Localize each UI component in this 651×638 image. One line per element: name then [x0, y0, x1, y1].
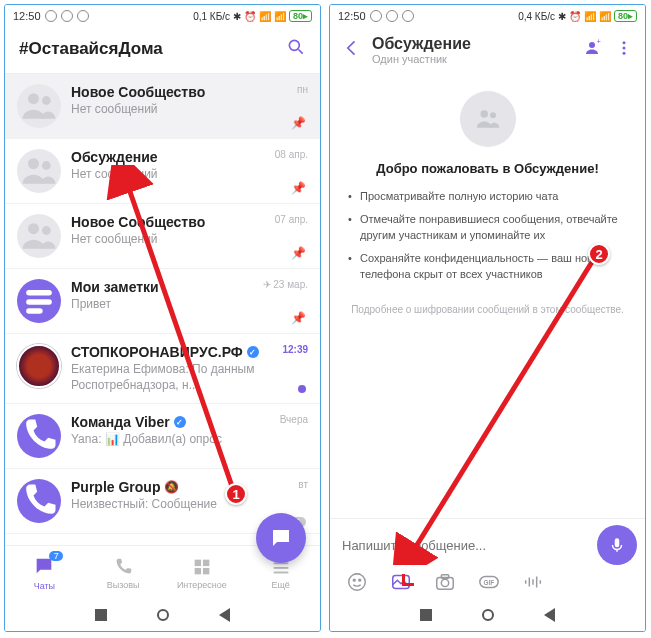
- status-icon-2: [61, 10, 73, 22]
- recent-apps-button[interactable]: [95, 609, 107, 621]
- android-nav: [5, 599, 320, 631]
- chat-subtitle: Один участник: [372, 53, 573, 65]
- chats-header: #ОставайсяДома: [5, 27, 320, 74]
- status-net: 0,1 КБ/с: [193, 11, 230, 22]
- chat-title: Новое Сообщество: [71, 214, 308, 230]
- chat-time: 07 апр.: [275, 214, 308, 225]
- home-button[interactable]: [157, 609, 169, 621]
- svg-point-28: [353, 579, 355, 581]
- chat-time: вт: [298, 479, 308, 490]
- chat-title: СТОПКОРОНАВИРУС.РФ: [71, 344, 308, 360]
- chat-item-viber-team[interactable]: Команда Viber Yana: 📊 Добавил(а) опрос В…: [5, 404, 320, 469]
- svg-point-7: [42, 226, 51, 235]
- sticker-icon[interactable]: [344, 569, 370, 595]
- message-input[interactable]: [338, 532, 591, 559]
- chat-time: 12:39: [282, 344, 308, 355]
- status-icon-2: [386, 10, 398, 22]
- svg-point-22: [623, 47, 626, 50]
- search-icon[interactable]: [286, 37, 306, 61]
- svg-point-0: [289, 40, 299, 50]
- community-avatar-icon: [17, 214, 61, 258]
- svg-rect-16: [273, 567, 288, 569]
- svg-point-27: [349, 574, 366, 591]
- svg-rect-8: [26, 290, 52, 296]
- compose-fab[interactable]: [256, 513, 306, 563]
- status-icon-3: [77, 10, 89, 22]
- viber-avatar-icon: [17, 479, 61, 523]
- chat-subtitle: Yana: 📊 Добавил(а) опрос: [71, 432, 308, 448]
- notes-avatar-icon: [17, 279, 61, 323]
- welcome-title: Добро пожаловать в Обсуждение!: [376, 161, 598, 176]
- chat-subtitle: Неизвестный: Сообщение: [71, 497, 308, 513]
- pin-icon: 📌: [291, 246, 306, 260]
- chat-time: ✈ 23 мар.: [263, 279, 308, 290]
- svg-point-32: [441, 579, 448, 586]
- svg-point-6: [28, 223, 39, 234]
- nav-chats-label: Чаты: [34, 581, 55, 591]
- chat-title: Новое Сообщество: [71, 84, 308, 100]
- nav-chats[interactable]: 7 Чаты: [5, 546, 84, 599]
- nav-more-label: Ещё: [271, 580, 289, 590]
- add-user-icon[interactable]: +: [583, 39, 601, 61]
- chat-title: Purple Group 🔕: [71, 479, 308, 495]
- svg-point-21: [623, 41, 626, 44]
- svg-text:GIF: GIF: [484, 579, 495, 586]
- community-placeholder-icon: [460, 91, 516, 147]
- pin-icon: 📌: [291, 311, 306, 325]
- audio-wave-icon[interactable]: [520, 569, 546, 595]
- alarm-icon: ⏰: [569, 11, 581, 22]
- pin-icon: 📌: [291, 181, 306, 195]
- gif-icon[interactable]: GIF: [476, 569, 502, 595]
- chat-title: Обсуждение: [372, 35, 573, 53]
- nav-interesting[interactable]: Интересное: [163, 546, 242, 599]
- svg-point-24: [480, 110, 488, 118]
- signal-icon: 📶: [584, 11, 596, 22]
- svg-rect-26: [615, 538, 620, 547]
- phone-right: 12:50 0,4 КБ/с ✱ ⏰ 📶 📶 80▸ Обсуждение Од…: [329, 4, 646, 632]
- home-button[interactable]: [482, 609, 494, 621]
- welcome-panel: Добро пожаловать в Обсуждение! Просматри…: [330, 75, 645, 518]
- svg-point-3: [42, 96, 51, 105]
- status-icon-3: [402, 10, 414, 22]
- android-nav: [330, 599, 645, 631]
- page-title: #ОставайсяДома: [19, 39, 163, 59]
- svg-point-29: [359, 579, 361, 581]
- svg-line-1: [299, 50, 303, 54]
- chat-header: Обсуждение Один участник +: [330, 27, 645, 75]
- composer: GIF: [330, 518, 645, 599]
- svg-point-25: [490, 112, 496, 118]
- chat-item-new-community-1[interactable]: Новое Сообщество Нет сообщений пн 📌: [5, 74, 320, 139]
- more-icon[interactable]: [615, 39, 633, 61]
- nav-calls[interactable]: Вызовы: [84, 546, 163, 599]
- status-bar: 12:50 0,1 КБ/с ✱ ⏰ 📶 📶 80▸: [5, 5, 320, 27]
- mic-button[interactable]: [597, 525, 637, 565]
- bluetooth-icon: ✱: [233, 11, 241, 22]
- verified-icon: [174, 416, 186, 428]
- back-icon[interactable]: [342, 38, 362, 62]
- chat-time: 08 апр.: [275, 149, 308, 160]
- wifi-icon: 📶: [599, 11, 611, 22]
- chat-item-new-community-2[interactable]: Новое Сообщество Нет сообщений 07 апр. 📌: [5, 204, 320, 269]
- chat-item-discussion[interactable]: Обсуждение Нет сообщений 08 апр. 📌: [5, 139, 320, 204]
- nav-calls-label: Вызовы: [107, 580, 140, 590]
- signal-icon: 📶: [259, 11, 271, 22]
- community-avatar-icon: [17, 149, 61, 193]
- chat-list: Новое Сообщество Нет сообщений пн 📌 Обсу…: [5, 74, 320, 545]
- annotation-corner-indicator: [402, 574, 414, 586]
- chat-item-my-notes[interactable]: Мои заметки Привет ✈ 23 мар. 📌: [5, 269, 320, 334]
- welcome-bullet: Просматривайте полную историю чата: [348, 188, 627, 205]
- recent-apps-button[interactable]: [420, 609, 432, 621]
- chats-badge: 7: [49, 551, 63, 561]
- chat-item-stopcorona[interactable]: СТОПКОРОНАВИРУС.РФ Екатерина Ефимова: По…: [5, 334, 320, 404]
- svg-point-2: [28, 93, 39, 104]
- chat-subtitle: Нет сообщений: [71, 232, 308, 248]
- svg-rect-12: [203, 559, 209, 565]
- camera-icon[interactable]: [432, 569, 458, 595]
- back-button[interactable]: [219, 608, 230, 622]
- svg-rect-33: [441, 575, 448, 579]
- status-icon-1: [370, 10, 382, 22]
- svg-rect-9: [26, 299, 52, 305]
- back-button[interactable]: [544, 608, 555, 622]
- chat-title: Обсуждение: [71, 149, 308, 165]
- welcome-bullets: Просматривайте полную историю чата Отмеч…: [348, 188, 627, 289]
